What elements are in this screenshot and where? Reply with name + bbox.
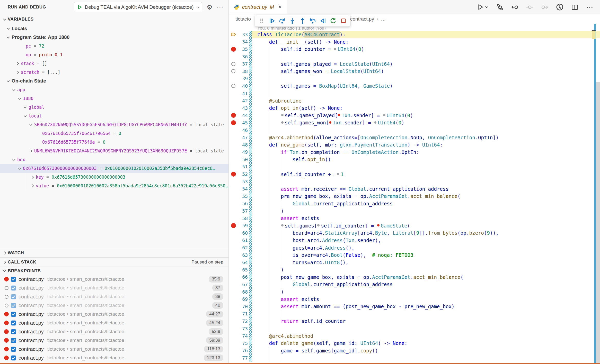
breakpoint-checkbox[interactable] (11, 320, 16, 326)
breakpoint-row[interactable]: contract.pytictactoe • smart_contracts/t… (0, 292, 228, 301)
code-line[interactable]: 56 Global.current_application_address (229, 200, 600, 207)
inline-breakpoint-icon[interactable] (329, 121, 331, 124)
tree-row[interactable]: key = 0x67616d65730000000000000003 (0, 173, 228, 181)
tree-row[interactable]: box (0, 155, 228, 164)
code-line[interactable]: 44 self.games_played[Txn.sender] = UInt6… (229, 112, 600, 119)
chevron-down-icon[interactable] (24, 105, 27, 108)
code-line[interactable]: 50 self.opt_in() (229, 156, 600, 163)
breakpoint-row[interactable]: contract.pytictactoe • smart_contracts/t… (0, 353, 228, 362)
code-line[interactable]: 66 post_new_game_box, exists = op.AcctPa… (229, 274, 600, 281)
inline-breakpoint-icon[interactable] (338, 114, 340, 116)
breakpoint-icon[interactable] (231, 113, 236, 118)
run-button[interactable] (477, 4, 489, 11)
breakpoint-row[interactable]: contract.pytictactoe • smart_contracts/t… (0, 310, 228, 318)
inline-breakpoint-candidate-icon[interactable] (281, 224, 284, 226)
breakpoint-unverified-icon[interactable] (231, 69, 235, 73)
code-line[interactable]: 42 @subroutine (229, 97, 600, 104)
code-line[interactable]: 35 self.id_counter = UInt64(0) (229, 46, 600, 53)
close-icon[interactable]: × (278, 4, 281, 10)
tree-row[interactable]: On-chain State (0, 77, 228, 85)
code-line[interactable]: 48 def new_game(self, mbr: gtxn.PaymentT… (229, 141, 600, 149)
next-change-button[interactable] (541, 4, 548, 11)
compare-changes-button[interactable] (496, 4, 504, 11)
tree-row[interactable]: app (0, 85, 228, 94)
code-line[interactable]: 70 assert mbr.amount == (post_new_game_b… (229, 303, 600, 310)
variables-section-header[interactable]: VARIABLES (0, 14, 228, 24)
split-editor-button[interactable] (571, 4, 578, 11)
chevron-down-icon[interactable] (12, 88, 15, 91)
code-line[interactable]: 34 def __init__(self) -> None: (229, 38, 600, 46)
code-line[interactable]: 36 (229, 53, 600, 60)
code-line[interactable]: 69 assert exists (229, 295, 600, 303)
breakpoint-gutter[interactable] (229, 47, 238, 52)
code-line[interactable]: 43 def opt_in(self) -> None: (229, 104, 600, 112)
tree-row[interactable]: 0x67616d65735f706c61796564 = 0 (0, 129, 228, 138)
more-button[interactable] (586, 4, 593, 11)
code-line[interactable]: 58 assert exists (229, 215, 600, 222)
tree-row[interactable]: 0x67616d65735f776f6e = 0 (0, 138, 228, 147)
chevron-down-icon[interactable] (18, 97, 21, 99)
chevron-right-icon[interactable] (31, 184, 34, 187)
tab-contract-py[interactable]: contract.py M × (229, 0, 287, 14)
breakpoint-icon[interactable] (231, 223, 236, 228)
breakpoint-icon[interactable] (231, 120, 236, 125)
breakpoint-checkbox[interactable] (11, 355, 16, 361)
inline-breakpoint-candidate-icon[interactable] (317, 224, 320, 226)
reverse-continue-button[interactable] (318, 16, 328, 26)
chevron-down-icon[interactable] (18, 167, 21, 169)
chevron-down-icon[interactable] (29, 123, 32, 126)
code-line[interactable]: 39 (229, 75, 600, 83)
code-line[interactable]: 41 (229, 90, 600, 97)
code-line[interactable]: 68 ) (229, 288, 600, 296)
code-line[interactable]: 72 return self.id_counter (229, 317, 600, 325)
code-line[interactable]: 38 self.games_won = LocalState(UInt64) (229, 68, 600, 75)
watch-section-header[interactable]: WATCH (0, 248, 228, 257)
chevron-right-icon[interactable] (16, 71, 19, 74)
code-line[interactable]: 51 (229, 163, 600, 171)
chevron-right-icon[interactable] (16, 62, 19, 65)
code-line[interactable]: 62 guest=arc4.Address(), (229, 244, 600, 251)
chevron-down-icon[interactable] (7, 27, 10, 30)
breakpoint-gutter[interactable] (229, 120, 238, 125)
code-line[interactable]: 73 (229, 325, 600, 332)
breakpoint-row[interactable]: contract.pytictactoe • smart_contracts/t… (0, 301, 228, 310)
code-line[interactable]: 65 ) (229, 266, 600, 274)
breakpoint-icon[interactable] (231, 172, 236, 177)
code-line[interactable]: 52 self.id_counter += 1 (229, 170, 600, 178)
code-line[interactable]: 59 self.games[self.id_counter] = GameSta… (229, 222, 600, 229)
breakpoint-gutter[interactable] (229, 113, 238, 118)
breakpoint-row[interactable]: contract.pytictactoe • smart_contracts/t… (0, 345, 228, 353)
tree-row[interactable]: value = 0x01000000102010002a358bf5bada9e… (0, 181, 228, 190)
breakpoint-gutter[interactable] (229, 32, 238, 37)
code-line[interactable]: 76 game = self.games[game_id].copy() (229, 347, 600, 354)
code-line[interactable]: 77 (229, 354, 600, 362)
inline-breakpoint-candidate-icon[interactable] (374, 121, 376, 124)
code-line[interactable]: 47 @arc4.abimethod(allow_actions=[OnComp… (229, 134, 600, 141)
chevron-down-icon[interactable] (7, 79, 10, 82)
code-editor[interactable]: You, 8 minutes ago | 1 author (You) 33cl… (229, 24, 600, 363)
inline-breakpoint-candidate-icon[interactable] (337, 173, 339, 175)
breakpoint-checkbox[interactable] (11, 285, 16, 291)
inline-breakpoint-candidate-icon[interactable] (281, 121, 284, 124)
inline-breakpoint-candidate-icon[interactable] (281, 114, 284, 116)
breakpoint-checkbox[interactable] (11, 312, 16, 317)
breakpoint-row[interactable]: contract.pytictactoe • smart_contracts/t… (0, 336, 228, 345)
step-into-button[interactable] (287, 16, 297, 26)
breakpoint-row[interactable]: contract.pytictactoe • smart_contracts/t… (0, 318, 228, 327)
breakpoint-checkbox[interactable] (11, 329, 16, 334)
breakpoint-icon[interactable] (231, 47, 236, 52)
restart-button[interactable] (328, 16, 338, 26)
code-line[interactable]: 53 (229, 178, 600, 185)
call-stack-section-header[interactable]: CALL STACK Paused on step (0, 257, 228, 267)
breakpoint-row[interactable]: contract.pytictactoe • smart_contracts/t… (0, 327, 228, 336)
code-line[interactable]: 46 (229, 126, 600, 134)
breakpoint-row[interactable]: contract.pytictactoe • smart_contracts/t… (0, 275, 228, 284)
breadcrumb-file[interactable]: contract.py (350, 16, 374, 22)
chevron-right-icon[interactable] (29, 149, 32, 152)
launch-config-dropdown[interactable]: Debug TEAL via AlgoKit AVM Debugger (tic… (74, 2, 202, 12)
tree-row[interactable]: pc = 72 (0, 42, 228, 50)
breakpoint-checkbox[interactable] (11, 277, 16, 282)
breakpoint-gutter[interactable] (229, 223, 238, 228)
inline-breakpoint-candidate-icon[interactable] (383, 114, 385, 116)
continue-button[interactable] (267, 16, 277, 26)
